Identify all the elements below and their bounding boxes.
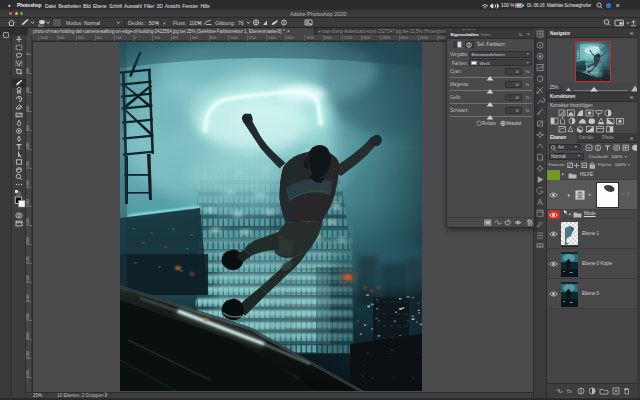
svg-text:200: 200	[154, 36, 160, 40]
svg-text:2200: 2200	[344, 36, 352, 40]
svg-text:200: 200	[116, 36, 122, 40]
svg-text:0: 0	[26, 53, 30, 55]
svg-text:600: 600	[192, 36, 198, 40]
svg-text:3200: 3200	[438, 36, 446, 40]
svg-text:2200: 2200	[26, 256, 30, 263]
svg-text:1000: 1000	[40, 36, 48, 40]
svg-text:3000: 3000	[26, 332, 30, 339]
svg-text:600: 600	[26, 106, 30, 112]
svg-text:800: 800	[58, 36, 64, 40]
svg-text:2800: 2800	[400, 36, 408, 40]
svg-text:3000: 3000	[420, 36, 428, 40]
svg-text:2800: 2800	[26, 313, 30, 320]
svg-text:1600: 1600	[286, 36, 294, 40]
svg-text:3200: 3200	[26, 351, 30, 358]
svg-text:2400: 2400	[26, 275, 30, 282]
svg-text:1200: 1200	[248, 36, 256, 40]
svg-text:600: 600	[78, 36, 84, 40]
svg-text:2600: 2600	[26, 294, 30, 301]
svg-text:400: 400	[26, 87, 30, 93]
svg-text:0: 0	[134, 36, 136, 40]
svg-text:2400: 2400	[362, 36, 370, 40]
svg-text:1200: 1200	[26, 161, 30, 168]
svg-text:800: 800	[26, 125, 30, 131]
svg-text:1000: 1000	[26, 142, 30, 149]
svg-text:1800: 1800	[26, 218, 30, 225]
svg-text:200: 200	[26, 68, 30, 74]
svg-text:1800: 1800	[306, 36, 314, 40]
svg-text:1600: 1600	[26, 199, 30, 206]
svg-text:400: 400	[172, 36, 178, 40]
svg-text:1400: 1400	[26, 180, 30, 187]
svg-text:1000: 1000	[230, 36, 238, 40]
svg-text:800: 800	[210, 36, 216, 40]
svg-text:2600: 2600	[382, 36, 390, 40]
svg-text:400: 400	[96, 36, 102, 40]
svg-text:3400: 3400	[26, 370, 30, 377]
svg-text:1400: 1400	[268, 36, 276, 40]
svg-text:2000: 2000	[324, 36, 332, 40]
svg-text:fx: fx	[567, 388, 572, 394]
svg-text:2000: 2000	[26, 237, 30, 244]
